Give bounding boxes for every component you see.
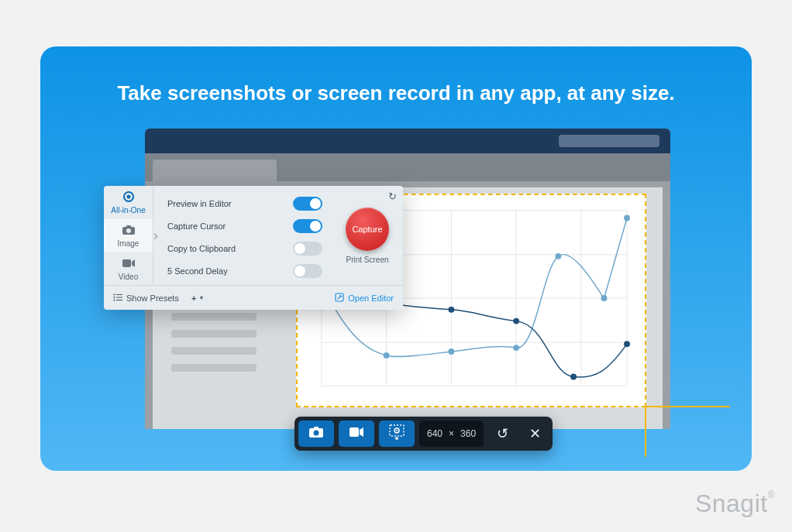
svg-point-23 (624, 341, 630, 347)
edit-icon (335, 293, 344, 304)
option-preview: Preview in Editor (167, 197, 322, 211)
svg-point-22 (570, 374, 577, 380)
svg-point-12 (384, 352, 390, 359)
svg-point-39 (314, 431, 319, 436)
mode-video[interactable]: Video (104, 252, 153, 285)
chevron-down-icon: ▾ (200, 294, 203, 301)
browser-tab (153, 160, 277, 181)
target-icon (122, 190, 136, 204)
add-preset-button[interactable]: + ▾ (191, 293, 203, 303)
toolbar-video-button[interactable] (339, 420, 374, 447)
mode-label: Video (119, 273, 138, 281)
toggle-clipboard[interactable] (293, 242, 322, 256)
svg-rect-40 (350, 427, 359, 437)
svg-point-20 (448, 307, 454, 313)
option-label: Capture Cursor (167, 221, 226, 231)
watermark-text: Snagit (695, 489, 768, 517)
browser-tabbar (145, 153, 670, 181)
capture-panel: All-in-One Image Video › (104, 186, 403, 310)
svg-point-30 (114, 293, 115, 295)
option-cursor: Capture Cursor (167, 219, 322, 233)
svg-point-16 (601, 295, 608, 301)
open-editor-button[interactable]: Open Editor (335, 293, 394, 304)
plus-icon: + (191, 293, 196, 303)
mode-all-in-one[interactable]: All-in-One (104, 186, 153, 219)
capture-button[interactable]: Capture (346, 208, 389, 251)
browser-url-placeholder (559, 135, 659, 147)
browser-topbar (145, 129, 670, 153)
svg-rect-31 (116, 294, 122, 295)
show-presets-button[interactable]: Show Presets (113, 293, 179, 303)
svg-point-21 (513, 318, 519, 324)
dimension-display[interactable]: 640 × 360 (419, 420, 484, 447)
toolbar-region-button[interactable] (379, 420, 415, 447)
svg-point-28 (126, 228, 131, 233)
svg-point-17 (624, 215, 630, 221)
dim-separator: × (449, 428, 454, 439)
capture-toolbar: 640 × 360 ↺ ✕ (294, 417, 553, 451)
svg-point-13 (448, 348, 454, 355)
undo-icon: ↺ (497, 426, 508, 441)
mode-column: All-in-One Image Video (104, 186, 153, 285)
option-label: 5 Second Delay (167, 266, 228, 276)
toolbar-image-button[interactable] (298, 420, 334, 447)
refresh-icon[interactable]: ↻ (388, 190, 397, 202)
capture-column: ↻ Capture Print Screen (332, 186, 403, 285)
toolbar-reset-button[interactable]: ↺ (488, 425, 516, 442)
capture-button-label: Capture (352, 225, 382, 234)
camera-icon (308, 426, 324, 441)
svg-rect-35 (116, 300, 122, 300)
close-icon: ✕ (529, 426, 541, 441)
option-delay: 5 Second Delay (167, 264, 322, 278)
svg-point-14 (513, 345, 519, 351)
mode-label: Image (118, 239, 139, 248)
panel-footer: Show Presets + ▾ Open Editor (104, 285, 403, 310)
mode-image[interactable]: Image (104, 219, 153, 252)
list-icon (113, 293, 122, 303)
video-icon (349, 427, 364, 441)
region-select-icon (388, 424, 405, 443)
svg-point-34 (114, 299, 115, 300)
svg-point-32 (114, 297, 115, 298)
svg-rect-38 (314, 427, 319, 429)
option-label: Copy to Clipboard (167, 244, 236, 253)
svg-rect-29 (122, 259, 131, 267)
headline-text: Take screenshots or screen record in any… (40, 81, 752, 105)
dim-height: 360 (460, 428, 476, 439)
video-icon (122, 256, 136, 270)
open-editor-label: Open Editor (348, 293, 394, 303)
toolbar-close-button[interactable]: ✕ (521, 425, 549, 442)
snagit-watermark: Snagit® (695, 489, 775, 518)
toggle-delay[interactable] (293, 264, 322, 278)
capture-shortcut: Print Screen (346, 256, 388, 264)
option-label: Preview in Editor (167, 199, 232, 208)
svg-point-25 (126, 195, 130, 199)
svg-point-43 (396, 430, 398, 431)
svg-rect-27 (126, 225, 131, 228)
show-presets-label: Show Presets (126, 293, 179, 303)
svg-rect-33 (116, 297, 122, 297)
svg-point-15 (555, 253, 561, 259)
promo-card: Take screenshots or screen record in any… (40, 46, 752, 471)
option-clipboard: Copy to Clipboard (167, 242, 322, 256)
panel-main: All-in-One Image Video › (104, 186, 403, 285)
camera-icon (122, 223, 136, 237)
mode-label: All-in-One (111, 206, 145, 215)
toggle-preview[interactable] (293, 197, 322, 211)
toggle-cursor[interactable] (293, 219, 322, 233)
options-column: Preview in Editor Capture Cursor Copy to… (153, 186, 332, 285)
dim-width: 640 (427, 428, 442, 439)
